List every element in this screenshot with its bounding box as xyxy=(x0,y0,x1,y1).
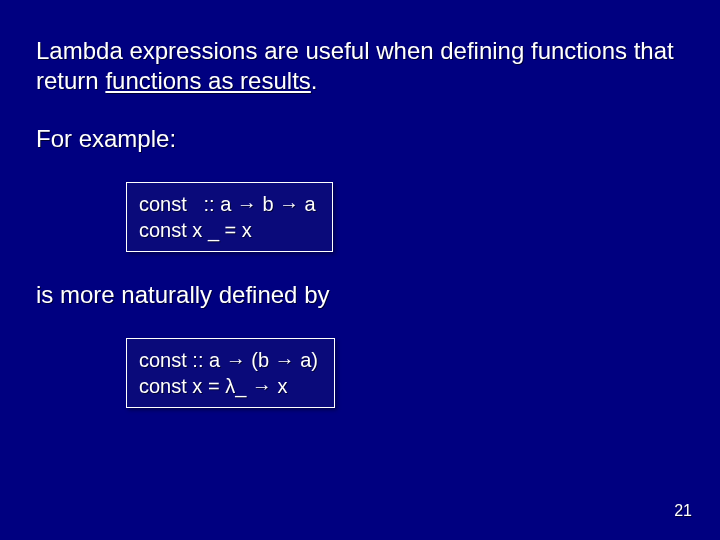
code2-line2: const x = λ_ → x xyxy=(139,373,318,399)
intro-text-underlined: functions as results xyxy=(105,67,310,94)
code1-line1: const :: a → b → a xyxy=(139,191,316,217)
intro-text-part3: . xyxy=(311,67,318,94)
code-box-2: const :: a → (b → a) const x = λ_ → x xyxy=(126,338,335,408)
intro-paragraph: Lambda expressions are useful when defin… xyxy=(36,36,684,96)
for-example-label: For example: xyxy=(36,124,684,154)
code-box-1: const :: a → b → a const x _ = x xyxy=(126,182,333,252)
mid-text: is more naturally defined by xyxy=(36,280,684,310)
slide: Lambda expressions are useful when defin… xyxy=(0,0,720,540)
code1-line2: const x _ = x xyxy=(139,217,316,243)
page-number: 21 xyxy=(674,502,692,520)
code2-line1: const :: a → (b → a) xyxy=(139,347,318,373)
